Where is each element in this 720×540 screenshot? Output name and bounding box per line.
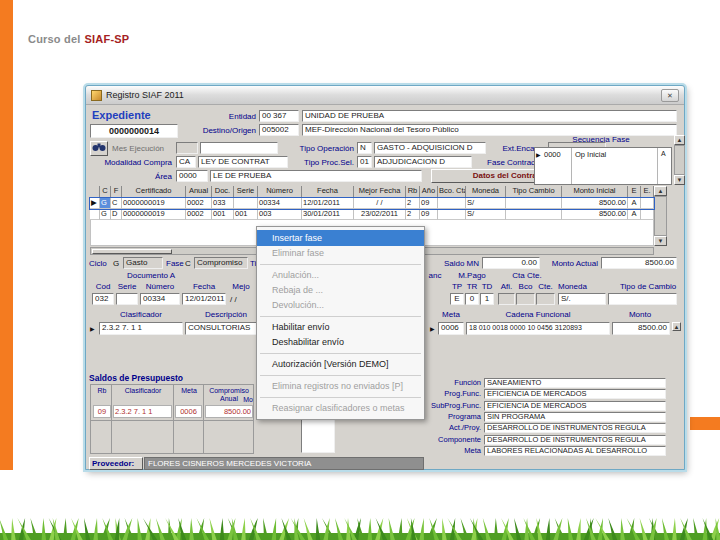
menu-item-deshabilitar-envio[interactable]: Deshabilitar envío xyxy=(257,335,424,350)
col-anual: Anual xyxy=(186,186,212,198)
clasificador-scroll-up-button[interactable]: ▲ xyxy=(672,322,681,331)
table-scroll-down-button[interactable]: ▼ xyxy=(654,236,667,246)
saldos-table: Rb Clasificador Meta CompromisoAnual Mo … xyxy=(90,384,254,454)
tipo-proc-code-field[interactable]: 01 xyxy=(357,156,372,168)
documento-a-label: Documento A xyxy=(96,271,206,280)
afi-header: Afi. xyxy=(498,282,515,291)
menu-item-devolucion[interactable]: Devolución... xyxy=(257,298,424,313)
col-serie: Serie xyxy=(234,186,258,198)
table-scroll-up-button[interactable]: ▲ xyxy=(654,186,667,196)
entidad-code-field[interactable]: 00 367 xyxy=(259,110,299,122)
menu-separator xyxy=(260,353,421,354)
saldos-rb-header: Rb xyxy=(93,387,111,395)
app-icon xyxy=(91,90,102,101)
mejor-fecha-value: / / xyxy=(230,294,254,305)
cta-cte-label: Cta Cte. xyxy=(498,271,556,280)
entidad-name-field[interactable]: UNIDAD DE PRUEBA xyxy=(302,110,677,122)
menu-item-elimina-registros-no-enviados[interactable]: Elimina registros no enviados [P] xyxy=(257,379,424,394)
mes-ejecucion-desc-field[interactable] xyxy=(200,142,278,154)
find-button[interactable] xyxy=(90,141,108,156)
secuencia-scroll-down-button[interactable]: ▼ xyxy=(674,175,685,185)
meta-header: Meta xyxy=(438,310,464,319)
fase-table-row-compromiso[interactable]: ▶ G C 0000000019 0002 033 00334 12/01/20… xyxy=(90,198,654,209)
menu-item-eliminar-fase[interactable]: Eliminar fase xyxy=(257,246,424,261)
modalidad-code-field[interactable]: CA xyxy=(176,156,196,168)
tipo-operacion-code-field[interactable]: N xyxy=(357,142,372,154)
context-menu: Insertar fase Eliminar fase Anulación...… xyxy=(256,226,425,420)
fase-table-row-devengado[interactable]: G D 0000000019 0002 001 001 003 30/01/20… xyxy=(90,209,654,220)
menu-item-habilitar-envio[interactable]: Habilitar envío xyxy=(257,320,424,335)
secuencia-scrollbar[interactable] xyxy=(674,145,685,175)
tipo-cambio-field[interactable] xyxy=(608,293,677,305)
programa-label: Programa xyxy=(424,412,481,422)
saldos-monto-header-partial: Mo xyxy=(241,396,255,404)
menu-item-anulacion[interactable]: Anulación... xyxy=(257,268,424,283)
secuencia-fase-header: Secuencia Fase xyxy=(536,135,666,144)
meta-field[interactable]: 0006 xyxy=(438,322,464,335)
programa-value: SIN PROGRAMA xyxy=(484,412,666,422)
monto-header: Monto xyxy=(612,310,668,319)
col-fecha: Fecha xyxy=(302,186,354,198)
numero-header: Número xyxy=(140,282,180,291)
cadena-funcional-field[interactable]: 18 010 0018 0000 10 0456 3120893 xyxy=(466,322,610,335)
secuencia-row-label: Op Inicial xyxy=(575,150,606,159)
ciclo-desc-field[interactable]: Gasto xyxy=(123,257,163,269)
fecha-field[interactable]: 12/01/2011 xyxy=(182,293,226,305)
componente-value: DESARROLLO DE INSTRUMENTOS REGULA xyxy=(484,435,666,445)
tp-header: TP xyxy=(450,282,464,291)
expediente-value[interactable]: 0000000014 xyxy=(90,124,178,138)
cod-header: Cod xyxy=(92,282,114,291)
clasificador-code-field[interactable]: 2.3.2 7. 1 1 xyxy=(99,322,183,335)
td-field[interactable]: 1 xyxy=(480,293,494,305)
tp-field[interactable]: E xyxy=(450,293,464,305)
menu-item-autorizacion-version-demo[interactable]: Autorización [Versión DEMO] xyxy=(257,357,424,372)
window-title: Registro SIAF 2011 xyxy=(106,90,184,100)
destino-code-field[interactable]: 005002 xyxy=(259,124,299,136)
monto-field[interactable]: 8500.00 xyxy=(612,322,670,335)
window-titlebar[interactable]: Registro SIAF 2011 ✕ xyxy=(86,86,684,105)
menu-separator xyxy=(260,316,421,317)
tipo-operacion-desc-field[interactable]: GASTO - ADQUISICION D xyxy=(374,142,486,154)
col-c: C xyxy=(100,186,111,198)
serie-field[interactable] xyxy=(116,293,138,305)
mes-ejecucion-code-field[interactable] xyxy=(176,142,198,154)
fecha-header: Fecha xyxy=(182,282,226,291)
saldo-mn-field[interactable]: 0.00 xyxy=(482,257,540,269)
bco-header: Bco xyxy=(516,282,535,291)
cte-field[interactable] xyxy=(536,293,555,305)
menu-separator xyxy=(260,397,421,398)
menu-item-rebaja-de[interactable]: Rebaja de ... xyxy=(257,283,424,298)
mejor-fecha-header: Mejo xyxy=(228,282,254,291)
slide-title-prefix: Curso del xyxy=(28,33,81,45)
close-button[interactable]: ✕ xyxy=(661,89,679,102)
area-desc-field[interactable]: LE DE PRUEBA xyxy=(210,170,422,182)
tr-header: TR xyxy=(465,282,479,291)
bco-field[interactable] xyxy=(516,293,535,305)
modalidad-compra-label: Modalidad Compra xyxy=(88,157,172,168)
modalidad-desc-field[interactable]: LEY DE CONTRAT xyxy=(198,156,288,168)
left-accent-bar xyxy=(0,0,13,470)
act-proy-label: Act./Proy. xyxy=(424,423,481,433)
secuencia-scroll-up-button[interactable]: ▲ xyxy=(674,135,685,145)
tipo-proc-desc-field[interactable]: ADJUDICACION D xyxy=(374,156,472,168)
expediente-label: Expediente xyxy=(92,109,151,121)
secuencia-fase-list[interactable]: ▶ 0000 Op Inicial A xyxy=(534,147,672,185)
grass xyxy=(0,460,720,540)
fase-code: C xyxy=(185,258,193,269)
tipo-de-cambio-header: Tipo de Cambio xyxy=(620,282,674,291)
menu-item-insertar-fase[interactable]: Insertar fase xyxy=(257,230,424,246)
afi-field[interactable] xyxy=(498,293,515,305)
table-scrollbar[interactable] xyxy=(654,196,667,236)
numero-field[interactable]: 00334 xyxy=(140,293,180,305)
fase-desc-field[interactable]: Compromiso xyxy=(194,257,248,269)
secuencia-row-code: 0000 xyxy=(544,150,561,159)
area-code-field[interactable]: 0000 xyxy=(176,170,208,182)
monto-actual-field[interactable]: 8500.00 xyxy=(601,257,677,269)
area-label: Área xyxy=(138,171,172,182)
tr-field[interactable]: 0 xyxy=(465,293,479,305)
col-rb: Rb xyxy=(406,186,420,198)
menu-item-reasignar-clasificadores-o-metas[interactable]: Reasignar clasificadores o metas xyxy=(257,401,424,416)
cod-field[interactable]: 032 xyxy=(92,293,114,305)
moneda-field[interactable]: S/. xyxy=(558,293,606,305)
financ-partial-label: anc xyxy=(427,271,443,280)
